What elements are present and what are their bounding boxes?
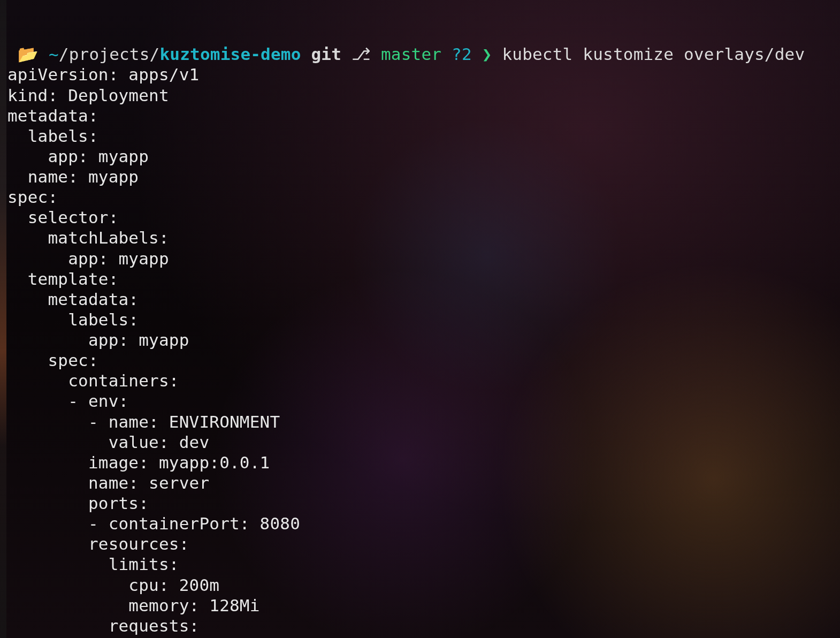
window-edge-decoration xyxy=(0,0,6,638)
branch-icon: ⎇ xyxy=(352,44,371,64)
branch-name: master xyxy=(381,44,441,64)
folder-icon: 📂 xyxy=(18,44,39,64)
git-untracked-count: ?2 xyxy=(452,44,472,64)
path-mid: /projects/ xyxy=(59,44,160,64)
terminal-content[interactable]: 📂 ~/projects/kuztomise-demo git ⎇ master… xyxy=(7,3,805,638)
terminal-window[interactable]: 📂 ~/projects/kuztomise-demo git ⎇ master… xyxy=(0,0,840,638)
path-repo: kuztomise-demo xyxy=(159,44,301,64)
command-output: apiVersion: apps/v1 kind: Deployment met… xyxy=(7,65,300,638)
prompt-arrow-icon: ❯ xyxy=(482,44,492,64)
prompt-line: 📂 ~/projects/kuztomise-demo git ⎇ master… xyxy=(7,44,805,64)
git-label: git xyxy=(311,44,341,64)
path-tilde: ~ xyxy=(49,44,59,64)
command-text[interactable]: kubectl kustomize overlays/dev xyxy=(502,44,805,64)
